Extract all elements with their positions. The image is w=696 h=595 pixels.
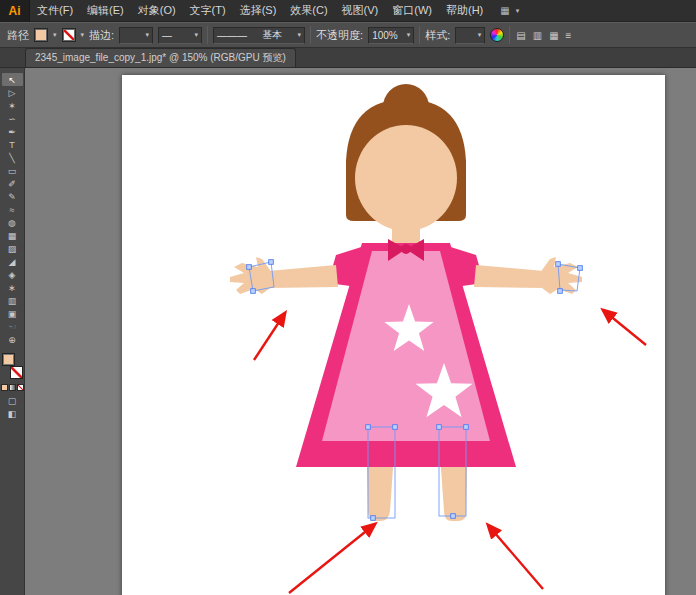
magic-wand-tool[interactable]: ✶ (2, 99, 23, 112)
symbol-sprayer-tool[interactable]: ∗ (2, 281, 23, 294)
illustrator-window: Ai 文件(F) 编辑(E) 对象(O) 文字(T) 选择(S) 效果(C) 视… (0, 0, 696, 595)
width-profile-dropdown[interactable]: — ▾ (158, 27, 202, 44)
control-bar: 路径 ▾ ▾ 描边: ▾ — ▾ ——— 基本 ▾ 不透明度: 100% ▾ 样… (0, 22, 696, 48)
separator (419, 26, 420, 44)
chevron-down-icon: ▾ (407, 31, 411, 39)
hand-tool[interactable]: ☜ (2, 320, 23, 333)
rectangle-tool[interactable]: ▭ (2, 164, 23, 177)
style-dropdown[interactable]: ▾ (455, 27, 485, 44)
eyedropper-tool[interactable]: ◢ (2, 255, 23, 268)
menu-select[interactable]: 选择(S) (233, 0, 284, 21)
mesh-tool[interactable]: ▦ (2, 229, 23, 242)
menu-bar: Ai 文件(F) 编辑(E) 对象(O) 文字(T) 选择(S) 效果(C) 视… (0, 0, 696, 22)
chevron-down-icon[interactable]: ▾ (516, 7, 520, 15)
fill-chevron-icon[interactable]: ▾ (53, 31, 57, 39)
fill-color-indicator[interactable] (2, 353, 15, 366)
panel-menu-icon[interactable]: ≡ (565, 30, 573, 41)
width-tool[interactable]: ≈ (2, 203, 23, 216)
style-label: 样式: (425, 28, 450, 43)
menu-object[interactable]: 对象(O) (131, 0, 183, 21)
menu-view[interactable]: 视图(V) (335, 0, 386, 21)
workspace-icon[interactable]: ▦ (500, 5, 509, 16)
chevron-down-icon: ▾ (298, 31, 302, 39)
artboard[interactable] (122, 75, 665, 595)
paint-mode-buttons (1, 384, 24, 391)
menu-edit[interactable]: 编辑(E) (80, 0, 131, 21)
separator (207, 26, 208, 44)
separator (509, 26, 510, 44)
stroke-weight-label: 描边: (89, 28, 114, 43)
chevron-down-icon: ▾ (195, 31, 199, 39)
toolbar-bottom-icons: ▢ ◧ (8, 396, 17, 419)
line-segment-tool[interactable]: ╲ (2, 151, 23, 164)
arrow-right-hand (603, 310, 646, 345)
blend-tool[interactable]: ◈ (2, 268, 23, 281)
tools-panel: ↖ ▷ ✶ ∽ ✒ T ╲ ▭ ✐ ✎ ≈ ◍ ▦ ▨ ◢ ◈ ∗ ▥ ▣ ☜ … (0, 68, 25, 595)
brush-definition-dropdown[interactable]: ——— 基本 ▾ (213, 27, 305, 44)
type-tool[interactable]: T (2, 138, 23, 151)
chevron-down-icon: ▾ (146, 31, 150, 39)
opacity-dropdown[interactable]: 100% ▾ (368, 27, 414, 44)
face (355, 125, 457, 231)
right-arm (474, 265, 544, 288)
screen-mode-icon[interactable]: ◧ (8, 409, 17, 419)
stroke-color-swatch[interactable] (62, 28, 76, 42)
arrow-left-foot (289, 524, 375, 593)
selected-object-label: 路径 (7, 28, 29, 43)
arrow-right-foot (488, 525, 543, 589)
align-option-icon[interactable]: ▥ (532, 30, 543, 41)
workspace: ↖ ▷ ✶ ∽ ✒ T ╲ ▭ ✐ ✎ ≈ ◍ ▦ ▨ ◢ ◈ ∗ ▥ ▣ ☜ … (0, 68, 696, 595)
opacity-label: 不透明度: (316, 28, 363, 43)
chevron-down-icon: ▾ (478, 31, 482, 39)
menu-type[interactable]: 文字(T) (183, 0, 233, 21)
gradient-mode-button[interactable] (9, 384, 16, 391)
left-arm (268, 265, 338, 288)
menu-file[interactable]: 文件(F) (30, 0, 80, 21)
none-mode-button[interactable] (17, 384, 24, 391)
column-graph-tool[interactable]: ▥ (2, 294, 23, 307)
selection-tool[interactable]: ↖ (2, 73, 23, 86)
artboard-tool[interactable]: ▣ (2, 307, 23, 320)
menu-help[interactable]: 帮助(H) (439, 0, 490, 21)
color-mode-button[interactable] (1, 384, 8, 391)
fill-stroke-indicator (2, 353, 23, 379)
align-option-icon[interactable]: ▦ (548, 30, 559, 41)
lasso-tool[interactable]: ∽ (2, 112, 23, 125)
fill-color-swatch[interactable] (34, 28, 48, 42)
document-tab-bar: 2345_image_file_copy_1.jpg* @ 150% (RGB/… (0, 48, 696, 68)
menubar-right-icons: ▦ ▾ (500, 5, 519, 16)
stroke-chevron-icon[interactable]: ▾ (81, 31, 85, 39)
stroke-weight-dropdown[interactable]: ▾ (119, 27, 153, 44)
app-logo: Ai (0, 0, 30, 22)
canvas-pasteboard[interactable] (25, 68, 696, 595)
girl-illustration[interactable] (122, 75, 665, 595)
menu-effect[interactable]: 效果(C) (283, 0, 334, 21)
drawing-mode-icon[interactable]: ▢ (8, 396, 17, 406)
direct-selection-tool[interactable]: ▷ (2, 86, 23, 99)
pen-tool[interactable]: ✒ (2, 125, 23, 138)
zoom-tool[interactable]: ⊕ (2, 333, 23, 346)
menu-window[interactable]: 窗口(W) (385, 0, 439, 21)
gradient-tool[interactable]: ▨ (2, 242, 23, 255)
separator (310, 26, 311, 44)
brush-stroke-preview-icon: ——— (217, 30, 247, 41)
recolor-artwork-icon[interactable] (490, 28, 504, 42)
shape-builder-tool[interactable]: ◍ (2, 216, 23, 229)
stroke-color-indicator[interactable] (10, 366, 23, 379)
pencil-tool[interactable]: ✎ (2, 190, 23, 203)
document-tab[interactable]: 2345_image_file_copy_1.jpg* @ 150% (RGB/… (25, 48, 296, 67)
align-option-icon[interactable]: ▤ (515, 30, 526, 41)
arrow-left-hand (254, 313, 285, 360)
paintbrush-tool[interactable]: ✐ (2, 177, 23, 190)
